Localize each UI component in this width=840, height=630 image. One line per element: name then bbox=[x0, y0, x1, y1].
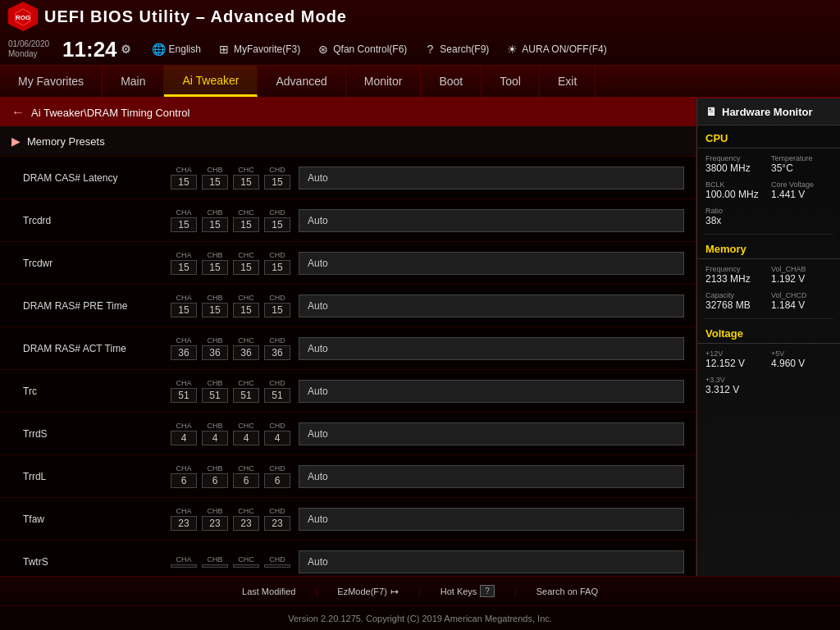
dram-value-input-2[interactable] bbox=[299, 252, 684, 275]
channel-cha-7: CHA 6 bbox=[171, 464, 197, 488]
back-arrow[interactable]: ← bbox=[11, 105, 25, 120]
nav-my-favorites[interactable]: My Favorites bbox=[0, 66, 103, 97]
dram-rows-container: DRAM CAS# Latency CHA 15 CHB 15 CHC 15 C… bbox=[0, 157, 696, 576]
channel-chb-7: CHB 6 bbox=[202, 464, 228, 488]
channel-chd-6: CHD 4 bbox=[264, 422, 290, 445]
channel-cha-3: CHA 15 bbox=[171, 294, 197, 317]
nav-boot[interactable]: Boot bbox=[421, 66, 482, 97]
dram-value-input-6[interactable] bbox=[299, 422, 684, 445]
dram-value-input-9[interactable] bbox=[299, 550, 684, 573]
channel-chd-1: CHD 15 bbox=[264, 208, 290, 232]
hw-monitor-title: 🖥 Hardware Monitor bbox=[697, 98, 840, 126]
divider-2 bbox=[704, 318, 833, 319]
dram-row-7: TrrdL CHA 6 CHB 6 CHC 6 CHD 6 bbox=[0, 455, 696, 498]
memory-presets-label: Memory Presets bbox=[27, 135, 105, 148]
volt-5v: +5V 4.960 V bbox=[769, 347, 833, 372]
mem-capacity: Capacity 32768 MB bbox=[704, 289, 768, 313]
dram-label-2: Trcdwr bbox=[23, 258, 171, 269]
monitor-icon: 🖥 bbox=[705, 105, 717, 118]
hot-keys-button[interactable]: Hot Keys ? bbox=[441, 585, 495, 597]
footer-sep-3: | bbox=[514, 587, 517, 596]
dram-value-input-0[interactable] bbox=[299, 167, 684, 189]
channel-chc-9: CHC bbox=[233, 555, 259, 568]
channel-chb-3: CHB 15 bbox=[202, 294, 228, 317]
cpu-bclk: BCLK 100.00 MHz bbox=[704, 178, 768, 203]
language-selector[interactable]: 🌐 English bbox=[153, 43, 201, 56]
search-button[interactable]: ? Search(F9) bbox=[423, 43, 489, 56]
channel-group-8: CHA 23 CHB 23 CHC 23 CHD 23 bbox=[171, 507, 290, 531]
footer-sep-1: | bbox=[315, 587, 317, 596]
nav-advanced[interactable]: Advanced bbox=[258, 66, 345, 97]
dram-value-input-3[interactable] bbox=[299, 294, 684, 317]
qfan-button[interactable]: ⊛ Qfan Control(F6) bbox=[317, 43, 407, 56]
channel-chc-7: CHC 6 bbox=[233, 464, 259, 488]
channel-cha-6: CHA 4 bbox=[171, 422, 197, 445]
breadcrumb-text: Ai Tweaker\DRAM Timing Control bbox=[31, 107, 189, 119]
dram-row-5: Trc CHA 51 CHB 51 CHC 51 CHD 51 bbox=[0, 370, 696, 413]
channel-chb-0: CHB 15 bbox=[202, 166, 228, 189]
channel-chb-1: CHB 15 bbox=[202, 208, 228, 232]
search-faq-button[interactable]: Search on FAQ bbox=[536, 587, 598, 596]
channel-chc-3: CHC 15 bbox=[233, 294, 259, 317]
svg-text:ROG: ROG bbox=[16, 14, 30, 21]
settings-icon[interactable]: ⚙ bbox=[121, 43, 131, 56]
channel-cha-4: CHA 36 bbox=[171, 336, 197, 360]
channel-group-4: CHA 36 CHB 36 CHC 36 CHD 36 bbox=[171, 336, 290, 360]
channel-chd-3: CHD 15 bbox=[264, 294, 290, 317]
channel-chb-5: CHB 51 bbox=[202, 379, 228, 403]
last-modified-label: Last Modified bbox=[242, 587, 295, 596]
channel-chc-5: CHC 51 bbox=[233, 379, 259, 403]
my-favorite-button[interactable]: ⊞ MyFavorite(F3) bbox=[217, 43, 300, 56]
channel-group-3: CHA 15 CHB 15 CHC 15 CHD 15 bbox=[171, 294, 290, 317]
channel-chc-6: CHC 4 bbox=[233, 422, 259, 445]
dram-value-input-4[interactable] bbox=[299, 337, 684, 360]
mem-vol-chab: Vol_CHAB 1.192 V bbox=[769, 262, 833, 287]
ez-mode-button[interactable]: EzMode(F7) ↦ bbox=[337, 586, 399, 597]
right-panel: 🖥 Hardware Monitor CPU Frequency 3800 MH… bbox=[696, 98, 840, 576]
auto-wrap-7 bbox=[299, 465, 684, 488]
dram-label-4: DRAM RAS# ACT Time bbox=[23, 343, 171, 354]
channel-cha-2: CHA 15 bbox=[171, 251, 197, 275]
dram-value-input-7[interactable] bbox=[299, 465, 684, 488]
nav-exit[interactable]: Exit bbox=[540, 66, 596, 97]
volt-33v: +3.3V 3.312 V bbox=[704, 373, 768, 398]
nav-main[interactable]: Main bbox=[103, 66, 164, 97]
dram-value-input-8[interactable] bbox=[299, 508, 684, 531]
nav-tool[interactable]: Tool bbox=[482, 66, 540, 97]
dram-row-4: DRAM RAS# ACT Time CHA 36 CHB 36 CHC 36 … bbox=[0, 327, 696, 370]
channel-cha-5: CHA 51 bbox=[171, 379, 197, 403]
memory-presets-row[interactable]: ▶ Memory Presets bbox=[0, 126, 696, 157]
aura-button[interactable]: ☀ AURA ON/OFF(F4) bbox=[505, 43, 606, 56]
cpu-freq: Frequency 3800 MHz bbox=[704, 152, 768, 176]
nav-monitor[interactable]: Monitor bbox=[346, 66, 422, 97]
channel-chb-4: CHB 36 bbox=[202, 336, 228, 360]
dram-row-3: DRAM RAS# PRE Time CHA 15 CHB 15 CHC 15 … bbox=[0, 285, 696, 327]
mem-vol-chcd: Vol_CHCD 1.184 V bbox=[769, 289, 833, 313]
dram-value-input-1[interactable] bbox=[299, 209, 684, 232]
memory-stats: Frequency 2133 MHz Vol_CHAB 1.192 V Capa… bbox=[697, 259, 840, 317]
volt-12v: +12V 12.152 V bbox=[704, 347, 768, 372]
dram-label-8: Tfaw bbox=[23, 514, 171, 525]
auto-wrap-9 bbox=[299, 550, 684, 573]
star-icon: ⊞ bbox=[217, 43, 231, 56]
channel-chc-1: CHC 15 bbox=[233, 208, 259, 232]
dram-row-6: TrrdS CHA 4 CHB 4 CHC 4 CHD 4 bbox=[0, 413, 696, 455]
header-controls: 🌐 English ⊞ MyFavorite(F3) ⊛ Qfan Contro… bbox=[153, 43, 607, 56]
app-title: UEFI BIOS Utility – Advanced Mode bbox=[44, 7, 347, 26]
day-display: Monday bbox=[8, 49, 49, 59]
last-modified-button[interactable]: Last Modified bbox=[242, 587, 295, 596]
dram-value-input-5[interactable] bbox=[299, 380, 684, 403]
channel-group-9: CHA CHB CHC CHD bbox=[171, 555, 290, 568]
channel-cha-0: CHA 15 bbox=[171, 166, 197, 189]
logo-area: ROG UEFI BIOS Utility – Advanced Mode bbox=[8, 2, 347, 31]
search-icon: ? bbox=[423, 43, 436, 56]
channel-chc-2: CHC 15 bbox=[233, 251, 259, 275]
nav-ai-tweaker[interactable]: Ai Tweaker bbox=[164, 66, 258, 97]
dram-row-1: Trcdrd CHA 15 CHB 15 CHC 15 CHD 15 bbox=[0, 199, 696, 242]
cpu-section-title: CPU bbox=[697, 126, 840, 148]
date-display: 01/06/2020 bbox=[8, 39, 49, 49]
channel-group-1: CHA 15 CHB 15 CHC 15 CHD 15 bbox=[171, 208, 290, 232]
header: ROG UEFI BIOS Utility – Advanced Mode 01… bbox=[0, 0, 840, 66]
dram-label-6: TrrdS bbox=[23, 428, 171, 440]
channel-chd-4: CHD 36 bbox=[264, 336, 290, 360]
